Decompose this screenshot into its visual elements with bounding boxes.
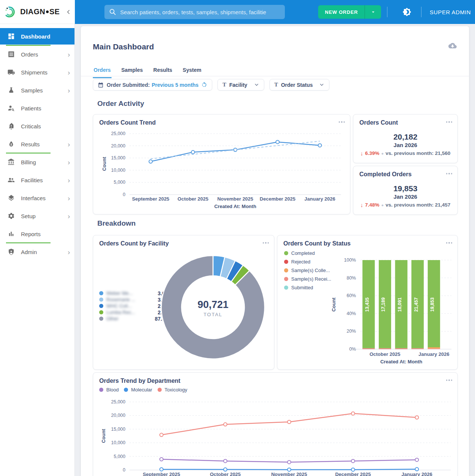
dot-separator: ● [381,151,384,156]
svg-text:25,000: 25,000 [111,131,125,136]
global-search[interactable] [104,5,285,19]
shield-person-icon [7,248,15,256]
filter-label: Facility [229,82,247,88]
chevron-left-icon [65,9,72,15]
svg-text:Count: Count [101,429,106,443]
stat-value: 19,853 [353,184,457,193]
card-menu-button[interactable] [445,121,453,123]
sidebar-item-label: Admin [21,249,37,255]
sidebar-item-dashboard[interactable]: Dashboard [0,28,74,45]
stat-period: Jan 2026 [353,193,457,200]
legend-label: Toxicology [165,387,188,393]
chevron-right-icon: › [68,69,70,76]
svg-text:December 2025: December 2025 [335,472,371,476]
sidebar-collapse-button[interactable] [65,9,72,15]
sidebar-item-billing[interactable]: Billing› [0,154,74,170]
sidebar-item-facilities[interactable]: Facilities› [0,172,74,188]
brand-logo: DIAGNSE [0,0,75,24]
svg-text:January 2026: January 2026 [401,472,432,476]
stat-value: 20,182 [353,132,457,141]
sidebar-item-shipments[interactable]: Shipments› [0,64,74,80]
bar-chart-icon [7,230,15,238]
export-dashboard-button[interactable] [448,42,457,51]
reset-filter-icon[interactable] [201,82,207,88]
legend-dot-icon [124,388,128,392]
legend-dot-icon [158,388,162,392]
svg-text:January 2026: January 2026 [418,351,449,357]
svg-text:Count: Count [101,157,107,171]
alert-bell-icon [7,122,15,130]
card-menu-button[interactable] [338,121,345,123]
down-arrow-icon: ↓ [360,202,363,208]
svg-text:5,000: 5,000 [114,454,125,459]
new-order-split-button[interactable]: NEW ORDER [318,5,381,19]
sidebar-item-label: Billing [21,159,36,165]
svg-text:20%: 20% [347,329,356,334]
stat-period: Jan 2026 [353,142,457,148]
caret-down-icon [370,9,376,15]
sidebar-item-label: Dashboard [21,33,50,40]
card-menu-button[interactable] [445,173,453,174]
search-input[interactable] [120,9,280,15]
filter-facility[interactable]: T Facility [217,79,264,91]
stat-body: 20,182 Jan 2026 ↓ 6.39% ● vs. previous m… [353,132,457,156]
new-order-button[interactable]: NEW ORDER [318,5,365,19]
search-icon [109,8,116,16]
sidebar-item-interfaces[interactable]: Interfaces› [0,190,74,206]
filter-type-icon: T [222,82,226,88]
filter-label: Order Submitted: [107,82,150,88]
sidebar-item-admin[interactable]: Admin› [0,244,74,260]
filter-order-submitted[interactable]: Order Submitted: Previous 5 months [93,79,212,91]
new-order-dropdown-button[interactable] [365,5,381,19]
chevron-down-icon [319,82,325,88]
legend-dot-icon [99,388,103,392]
svg-text:80%: 80% [347,275,356,281]
user-menu[interactable]: SUPER ADMIN [430,0,471,24]
sidebar-item-label: Samples [21,87,43,94]
sidebar-item-results[interactable]: Results› [0,136,74,152]
sidebar-item-setup[interactable]: Setup› [0,208,74,224]
theme-toggle-button[interactable] [402,7,411,18]
department-legend-item: Molecular [124,387,152,393]
svg-text:November 2025: November 2025 [271,472,307,476]
orders-by-status-chart: 0%20%40%60%80%100%13,43517,18918,09121,4… [277,235,458,369]
truck-icon [7,68,15,76]
section-order-activity: Order Activity [97,100,144,108]
filter-order-status[interactable]: T Order Status [270,79,330,91]
filter-bar: Order Submitted: Previous 5 months T Fac… [93,79,329,91]
card-title: Completed Orders [359,171,412,178]
chevron-down-icon [254,82,259,88]
sidebar-item-orders[interactable]: Orders› [0,46,74,62]
filter-label: Order Status [281,82,313,88]
svg-text:December 2025: December 2025 [260,196,295,202]
wordmark-dot [46,10,49,13]
person-search-icon [7,104,15,112]
cloud-download-icon [448,42,457,50]
svg-text:20,000: 20,000 [111,143,125,149]
orders-by-facility-card: Orders Count by Facility Weber Me...3.68… [93,235,274,370]
sidebar-item-criticals[interactable]: Criticals [0,118,74,134]
department-legend: BloodMolecularToxicology [99,387,187,393]
tabs-divider [81,76,469,76]
orders-count-trend-card: Orders Count Trend 05,00010,00015,00020,… [93,114,350,214]
delta-compare: vs. previous month: 21,560 [386,150,450,156]
card-menu-button[interactable] [445,379,453,381]
layers-icon [7,194,15,202]
people-icon [7,176,15,184]
svg-text:13,435: 13,435 [365,298,370,312]
svg-text:September 2025: September 2025 [132,196,170,202]
department-legend-item: Toxicology [158,387,188,393]
sidebar-item-label: Reports [21,231,41,237]
card-title: Orders Count [359,119,398,126]
orders-count-card: Orders Count 20,182 Jan 2026 ↓ 6.39% ● v… [353,114,458,163]
svg-text:100%: 100% [344,257,356,263]
sidebar-item-label: Facilities [21,177,43,183]
svg-text:0: 0 [123,192,125,197]
svg-text:25,000: 25,000 [111,399,125,405]
card-title: Orders Count Trend [99,119,156,126]
sidebar-item-reports[interactable]: Reports [0,226,74,242]
card-title: Orders Trend by Department [99,378,180,384]
sidebar-item-samples[interactable]: Samples› [0,82,74,98]
drop-icon [7,140,15,148]
sidebar-item-patients[interactable]: Patients [0,100,74,116]
